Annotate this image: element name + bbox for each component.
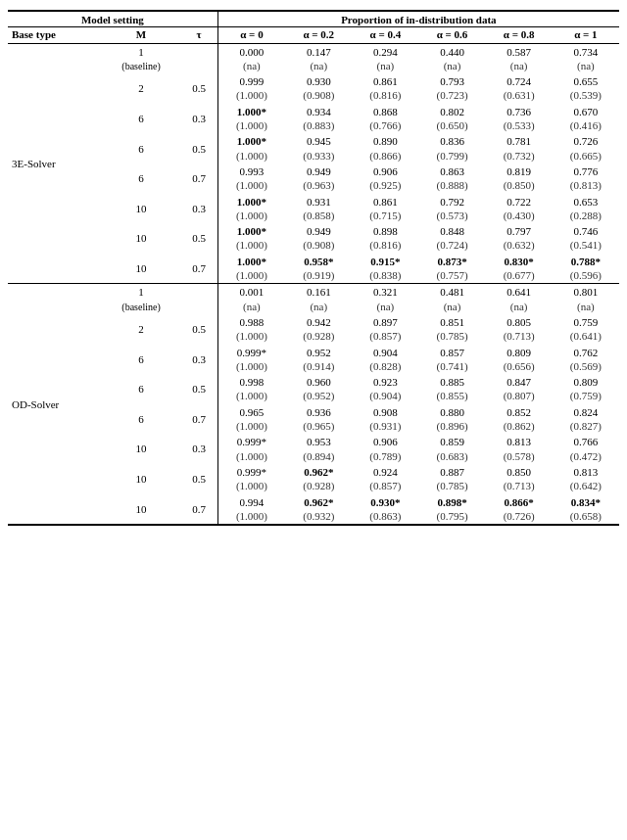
- value-cell: 0.809(0.759): [553, 374, 619, 404]
- M-cell: 10: [102, 464, 181, 494]
- value-cell: 0.898(0.816): [352, 223, 418, 254]
- value-cell: 0.942(0.928): [285, 314, 352, 345]
- tau-cell: 0.3: [180, 345, 217, 375]
- value-cell: 0.759(0.641): [553, 314, 619, 345]
- value-cell: 0.962*(0.932): [285, 494, 352, 526]
- M-cell: 2: [102, 73, 181, 104]
- value-cell: 0.952(0.914): [285, 345, 352, 375]
- value-cell: 0.788*(0.596): [553, 254, 619, 284]
- base-type-cell: 3E-Solver: [8, 43, 102, 284]
- value-cell: 0.801(na): [553, 284, 619, 314]
- value-cell: 0.908(0.931): [352, 404, 418, 435]
- value-cell: 0.861(0.816): [352, 73, 418, 104]
- M-cell: 10: [102, 494, 181, 526]
- value-cell: 1.000*(1.000): [217, 254, 285, 284]
- value-cell: 0.885(0.855): [418, 374, 485, 404]
- value-cell: 0.734(na): [553, 43, 619, 73]
- value-cell: 0.813(0.642): [553, 464, 619, 494]
- value-cell: 1.000*(1.000): [217, 223, 285, 254]
- alpha04-col-header: α = 0.4: [352, 27, 418, 43]
- header-top: Model setting Proportion of in-distribut…: [8, 11, 619, 27]
- value-cell: 0.998(1.000): [217, 374, 285, 404]
- tau-cell: 0.3: [180, 194, 217, 224]
- value-cell: 0.805(0.713): [486, 314, 553, 345]
- value-cell: 0.653(0.288): [553, 194, 619, 224]
- value-cell: 0.965(1.000): [217, 404, 285, 435]
- value-cell: 0.868(0.766): [352, 104, 418, 134]
- tau-cell: 0.5: [180, 374, 217, 404]
- tau-cell: 0.7: [180, 494, 217, 526]
- value-cell: 0.880(0.896): [418, 404, 485, 435]
- tau-cell: 0.7: [180, 163, 217, 194]
- value-cell: 0.934(0.883): [285, 104, 352, 134]
- value-cell: 0.809(0.656): [486, 345, 553, 375]
- value-cell: 0.000(na): [217, 43, 285, 73]
- M-cell: 10: [102, 434, 181, 464]
- value-cell: 1.000*(1.000): [217, 133, 285, 163]
- value-cell: 0.930(0.908): [285, 73, 352, 104]
- value-cell: 0.724(0.631): [486, 73, 553, 104]
- alpha08-col-header: α = 0.8: [486, 27, 553, 43]
- value-cell: 0.147(na): [285, 43, 352, 73]
- value-cell: 0.736(0.533): [486, 104, 553, 134]
- table-row: OD-Solver1(baseline)0.001(na)0.161(na)0.…: [8, 284, 619, 314]
- value-cell: 0.670(0.416): [553, 104, 619, 134]
- base-type-cell: OD-Solver: [8, 284, 102, 525]
- tau-cell: 0.5: [180, 223, 217, 254]
- value-cell: 0.924(0.857): [352, 464, 418, 494]
- tau-cell: 0.5: [180, 73, 217, 104]
- value-cell: 0.999(1.000): [217, 73, 285, 104]
- value-cell: 0.949(0.963): [285, 163, 352, 194]
- tau-cell: 0.5: [180, 464, 217, 494]
- value-cell: 0.481(na): [418, 284, 485, 314]
- value-cell: 0.999*(1.000): [217, 464, 285, 494]
- tau-cell: 0.7: [180, 254, 217, 284]
- value-cell: 0.863(0.888): [418, 163, 485, 194]
- value-cell: 0.930*(0.863): [352, 494, 418, 526]
- value-cell: 0.851(0.785): [418, 314, 485, 345]
- M-cell: 10: [102, 194, 181, 224]
- M-col-header: M: [102, 27, 181, 43]
- M-cell: 6: [102, 104, 181, 134]
- value-cell: 0.848(0.724): [418, 223, 485, 254]
- tau-col-header: τ: [180, 27, 217, 43]
- value-cell: 0.873*(0.757): [418, 254, 485, 284]
- value-cell: 0.792(0.573): [418, 194, 485, 224]
- value-cell: 0.802(0.650): [418, 104, 485, 134]
- value-cell: 0.958*(0.919): [285, 254, 352, 284]
- tau-cell: 0.5: [180, 133, 217, 163]
- value-cell: 0.852(0.862): [486, 404, 553, 435]
- value-cell: 0.890(0.866): [352, 133, 418, 163]
- value-cell: 0.904(0.828): [352, 345, 418, 375]
- M-cell: 6: [102, 133, 181, 163]
- value-cell: 0.945(0.933): [285, 133, 352, 163]
- tau-cell: 0.3: [180, 434, 217, 464]
- value-cell: 0.962*(0.928): [285, 464, 352, 494]
- value-cell: 0.994(1.000): [217, 494, 285, 526]
- value-cell: 0.857(0.741): [418, 345, 485, 375]
- value-cell: 0.861(0.715): [352, 194, 418, 224]
- M-cell: 6: [102, 345, 181, 375]
- value-cell: 0.781(0.732): [486, 133, 553, 163]
- value-cell: 0.722(0.430): [486, 194, 553, 224]
- M-cell: 1(baseline): [102, 284, 181, 314]
- value-cell: 0.836(0.799): [418, 133, 485, 163]
- value-cell: 1.000*(1.000): [217, 194, 285, 224]
- value-cell: 0.999*(1.000): [217, 345, 285, 375]
- value-cell: 0.001(na): [217, 284, 285, 314]
- value-cell: 0.898*(0.795): [418, 494, 485, 526]
- M-cell: 6: [102, 163, 181, 194]
- value-cell: 0.988(1.000): [217, 314, 285, 345]
- value-cell: 0.762(0.569): [553, 345, 619, 375]
- M-cell: 2: [102, 314, 181, 345]
- value-cell: 0.850(0.713): [486, 464, 553, 494]
- value-cell: 0.776(0.813): [553, 163, 619, 194]
- alpha02-col-header: α = 0.2: [285, 27, 352, 43]
- value-cell: 0.587(na): [486, 43, 553, 73]
- value-cell: 0.949(0.908): [285, 223, 352, 254]
- value-cell: 0.923(0.904): [352, 374, 418, 404]
- header-bottom: Base type M τ α = 0 α = 0.2 α = 0.4 α = …: [8, 27, 619, 43]
- M-cell: 10: [102, 223, 181, 254]
- value-cell: 0.824(0.827): [553, 404, 619, 435]
- table-row: 3E-Solver1(baseline)0.000(na)0.147(na)0.…: [8, 43, 619, 73]
